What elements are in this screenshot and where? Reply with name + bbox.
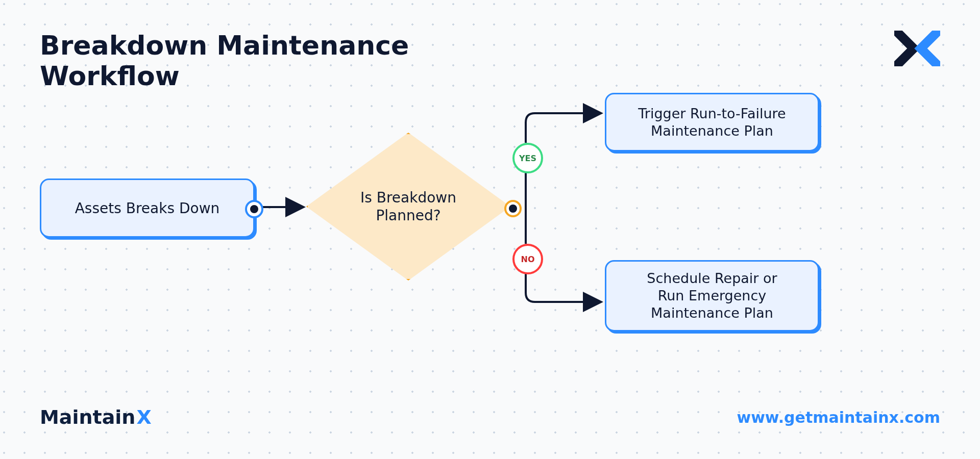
brand-x-icon (894, 31, 940, 66)
page-title: Breakdown Maintenance Workflow (40, 31, 409, 92)
node-outcome-yes-label: Trigger Run-to-Failure Maintenance Plan (638, 105, 786, 140)
node-start-label: Assets Breaks Down (75, 200, 220, 217)
diagram-canvas: Breakdown Maintenance Workflow Assets Br… (0, 0, 980, 459)
node-start: Assets Breaks Down (40, 178, 255, 238)
node-outcome-yes: Trigger Run-to-Failure Maintenance Plan (605, 93, 819, 151)
node-outcome-no: Schedule Repair or Run Emergency Mainten… (605, 260, 819, 332)
node-outcome-no-label: Schedule Repair or Run Emergency Mainten… (647, 270, 777, 321)
brand-main-text: Maintain (40, 406, 135, 428)
brand-wordmark: MaintainX (40, 406, 152, 428)
port-icon (504, 200, 522, 217)
node-decision: Is Breakdown Planned? (306, 133, 510, 280)
badge-yes: YES (512, 143, 543, 173)
node-decision-label: Is Breakdown Planned? (306, 133, 510, 280)
brand-accent-text: X (136, 406, 151, 428)
badge-no: NO (512, 244, 543, 274)
brand-url: www.getmaintainx.com (737, 409, 940, 426)
port-icon (245, 200, 263, 218)
